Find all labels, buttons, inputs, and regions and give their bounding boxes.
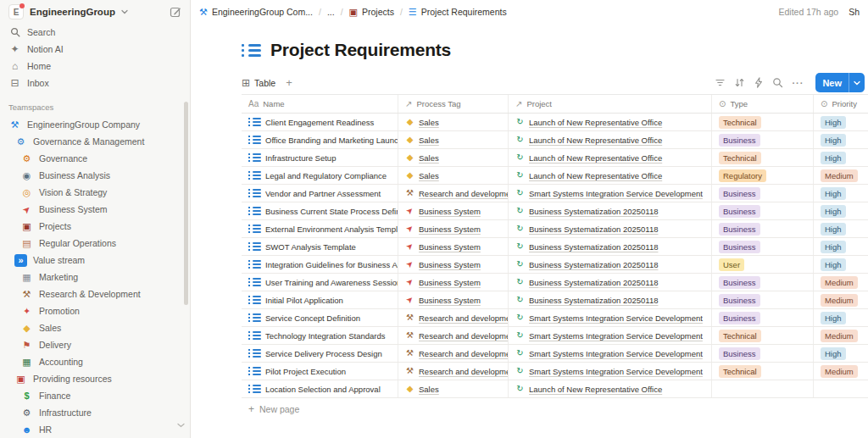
type-tag[interactable]: Business xyxy=(719,205,760,218)
priority-tag[interactable]: High xyxy=(821,258,846,271)
row-name[interactable]: External Environment Analysis Template xyxy=(265,225,398,234)
cell-priority[interactable]: Medium xyxy=(814,327,868,344)
sidebar-item-search[interactable]: Search xyxy=(0,24,190,41)
process-tag-link[interactable]: Sales xyxy=(419,118,439,127)
sidebar-item-finance[interactable]: $Finance xyxy=(0,387,190,404)
type-tag[interactable]: Business xyxy=(719,187,760,200)
process-tag-link[interactable]: Research and development xyxy=(419,331,509,341)
sidebar-item-providing-resources[interactable]: ▣Providing resources xyxy=(0,370,190,387)
cell-name[interactable]: Vendor and Partner Assessment xyxy=(242,185,398,202)
search-icon[interactable] xyxy=(772,77,783,88)
type-tag[interactable]: Technical xyxy=(719,330,761,342)
type-tag[interactable]: Technical xyxy=(719,152,761,164)
cell-priority[interactable]: High xyxy=(814,131,868,148)
priority-tag[interactable]: Medium xyxy=(821,276,858,289)
project-link[interactable]: Smart Systems Integration Service Develo… xyxy=(529,331,703,341)
column-header-priority[interactable]: ⊙Priority xyxy=(814,95,868,113)
priority-tag[interactable]: High xyxy=(821,152,846,164)
cell-project[interactable]: ↻Business Systematization 20250118 xyxy=(509,291,712,308)
sidebar-item-projects[interactable]: ▣Projects xyxy=(0,218,190,235)
cell-process-tag[interactable]: ➤Business System xyxy=(398,274,509,291)
cell-process-tag[interactable]: ◆Sales xyxy=(398,149,509,166)
project-link[interactable]: Business Systematization 20250118 xyxy=(529,278,658,287)
cell-name[interactable]: Integration Guidelines for Business Anal… xyxy=(242,256,398,273)
cell-project[interactable]: ↻Launch of New Representative Office xyxy=(509,380,712,397)
cell-process-tag[interactable]: ⚒Research and development xyxy=(398,309,509,326)
breadcrumb-item-project-requirements[interactable]: ☰Project Requirements xyxy=(409,7,507,17)
cell-project[interactable]: ↻Smart Systems Integration Service Devel… xyxy=(509,345,712,362)
workspace-switcher[interactable]: E EngineeringGroup xyxy=(0,0,190,24)
project-link[interactable]: Business Systematization 20250118 xyxy=(529,242,658,252)
cell-priority[interactable]: Medium xyxy=(814,274,868,291)
sidebar-scrollbar[interactable] xyxy=(184,102,188,305)
cell-process-tag[interactable]: ⚒Research and development xyxy=(398,345,509,362)
new-page-button[interactable]: + New page xyxy=(242,398,868,420)
cell-name[interactable]: Office Branding and Marketing Launch xyxy=(242,131,398,148)
cell-type[interactable]: Technical xyxy=(712,114,814,130)
sidebar-item-engineeringgroup-company[interactable]: ⚒EngineeringGroup Company xyxy=(0,116,190,133)
cell-process-tag[interactable]: ➤Business System xyxy=(398,202,509,219)
sort-icon[interactable] xyxy=(734,77,745,88)
row-name[interactable]: Service Concept Definition xyxy=(265,313,360,323)
cell-priority[interactable]: High xyxy=(814,114,868,130)
process-tag-link[interactable]: Business System xyxy=(419,225,481,234)
cell-project[interactable]: ↻Business Systematization 20250118 xyxy=(509,238,712,255)
sidebar-item-value-stream[interactable]: »Value stream xyxy=(0,252,190,269)
cell-name[interactable]: Service Delivery Process Design xyxy=(242,345,398,362)
priority-tag[interactable]: High xyxy=(821,312,846,324)
sidebar-item-regular-operations[interactable]: ▤Regular Operations xyxy=(0,235,190,252)
cell-type[interactable]: Business xyxy=(712,238,814,255)
cell-type[interactable]: Regulatory xyxy=(712,167,814,184)
cell-project[interactable]: ↻Smart Systems Integration Service Devel… xyxy=(509,327,712,344)
breadcrumb-item-projects[interactable]: ▣Projects xyxy=(349,7,394,17)
sidebar-item-business-system[interactable]: ➤Business System xyxy=(0,201,190,218)
process-tag-link[interactable]: Research and development xyxy=(419,313,509,323)
cell-process-tag[interactable]: ➤Business System xyxy=(398,256,509,273)
tab-table-view[interactable]: ⊞ Table xyxy=(242,77,275,89)
cell-type[interactable]: Business xyxy=(712,185,814,202)
cell-process-tag[interactable]: ⚒Research and development xyxy=(398,327,509,344)
priority-tag[interactable]: Medium xyxy=(821,330,858,342)
row-name[interactable]: Office Branding and Marketing Launch xyxy=(265,136,398,145)
row-name[interactable]: SWOT Analysis Template xyxy=(265,242,356,252)
cell-type[interactable]: User xyxy=(712,256,814,273)
process-tag-link[interactable]: Research and development xyxy=(419,189,509,198)
cell-project[interactable]: ↻Business Systematization 20250118 xyxy=(509,256,712,273)
process-tag-link[interactable]: Business System xyxy=(419,260,481,269)
share-button[interactable]: Sh xyxy=(849,7,860,17)
type-tag[interactable]: Technical xyxy=(719,365,761,378)
row-name[interactable]: Initial Pilot Application xyxy=(265,296,343,305)
type-tag[interactable]: Business xyxy=(719,241,760,253)
sidebar-item-infrastructure[interactable]: ⚙Infrastructure xyxy=(0,404,190,421)
cell-project[interactable]: ↻Launch of New Representative Office xyxy=(509,114,712,130)
cell-name[interactable]: Business Current State Process Definitio… xyxy=(242,202,398,219)
priority-tag[interactable]: High xyxy=(821,223,846,236)
priority-tag[interactable]: Medium xyxy=(821,365,858,378)
filter-icon[interactable] xyxy=(715,77,726,88)
process-tag-link[interactable]: Business System xyxy=(419,296,481,305)
process-tag-link[interactable]: Sales xyxy=(419,136,439,145)
project-link[interactable]: Smart Systems Integration Service Develo… xyxy=(529,367,703,376)
cell-priority[interactable]: High xyxy=(814,309,868,326)
cell-name[interactable]: SWOT Analysis Template xyxy=(242,238,398,255)
column-header-project[interactable]: ↗Project xyxy=(509,95,712,113)
cell-priority[interactable]: High xyxy=(814,238,868,255)
cell-process-tag[interactable]: ◆Sales xyxy=(398,167,509,184)
cell-project[interactable]: ↻Launch of New Representative Office xyxy=(509,131,712,148)
cell-project[interactable]: ↻Business Systematization 20250118 xyxy=(509,274,712,291)
sidebar-item-governance[interactable]: ⚙Governance xyxy=(0,150,190,167)
cell-priority[interactable]: High xyxy=(814,256,868,273)
cell-priority[interactable] xyxy=(814,380,868,397)
project-link[interactable]: Launch of New Representative Office xyxy=(529,171,662,180)
more-options-icon[interactable]: ··· xyxy=(792,78,804,88)
cell-process-tag[interactable]: ⚒Research and development xyxy=(398,363,509,380)
sidebar-item-notion-ai[interactable]: ✦ Notion AI xyxy=(0,41,190,58)
cell-priority[interactable]: High xyxy=(814,220,868,237)
row-name[interactable]: Service Delivery Process Design xyxy=(265,349,382,358)
row-name[interactable]: Client Engagement Readiness xyxy=(265,118,374,127)
compose-icon[interactable] xyxy=(170,6,181,18)
cell-project[interactable]: ↻Smart Systems Integration Service Devel… xyxy=(509,309,712,326)
cell-name[interactable]: User Training and Awareness Session xyxy=(242,274,398,291)
cell-process-tag[interactable]: ⚒Research and development xyxy=(398,185,509,202)
row-name[interactable]: Legal and Regulatory Compliance xyxy=(265,171,387,180)
